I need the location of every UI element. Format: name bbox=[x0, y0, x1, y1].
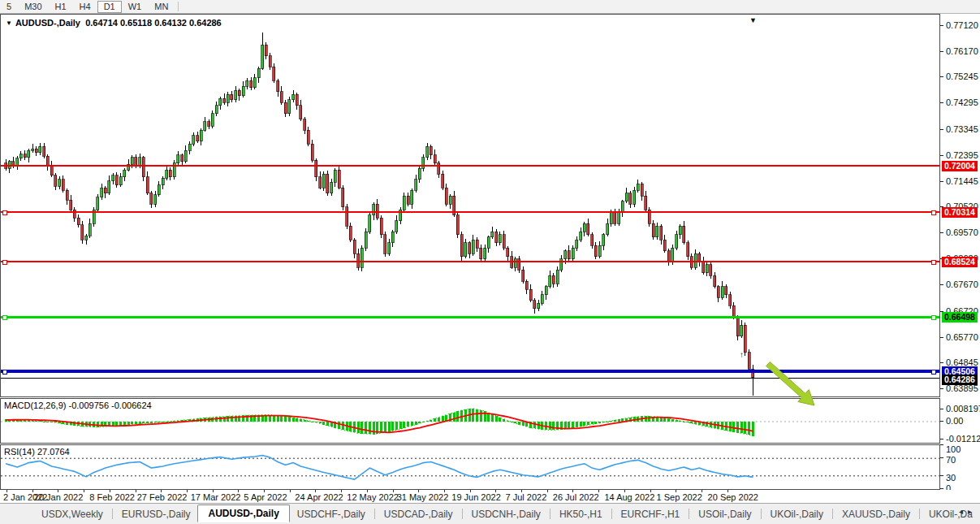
price-tick bbox=[940, 232, 943, 233]
horizontal-level-line[interactable] bbox=[1, 211, 939, 213]
level-line-handle[interactable] bbox=[2, 370, 7, 375]
level-line-handle[interactable] bbox=[931, 370, 936, 375]
level-line-handle[interactable] bbox=[931, 210, 936, 215]
rsi-tick bbox=[940, 475, 943, 476]
level-line-handle[interactable] bbox=[2, 210, 7, 215]
date-label: 31 May 2022 bbox=[397, 492, 449, 502]
mt4-chart-window: 5M30H1H4D1W1MN ▼AUDUSD-,Daily 0.64714 0.… bbox=[0, 0, 980, 524]
chart-ohlc-values: 0.64714 0.65118 0.64132 0.64286 bbox=[85, 18, 222, 28]
chart-tab-bar: USDX,WeeklyEURUSD-,DailyAUDUSD-,DailyUSD… bbox=[0, 503, 980, 524]
current-price-badge: 0.64286 bbox=[942, 375, 978, 385]
current-bar-marker-icon: ▼ bbox=[749, 17, 757, 24]
horizontal-level-line[interactable] bbox=[1, 165, 939, 167]
time-tick bbox=[290, 490, 291, 492]
price-tick-label: 0.73345 bbox=[946, 124, 978, 134]
timeframe-button-mn[interactable]: MN bbox=[148, 1, 175, 12]
price-tick-label: 0.76170 bbox=[946, 46, 978, 56]
level-line-handle[interactable] bbox=[2, 260, 7, 265]
level-price-badge: 0.72004 bbox=[942, 161, 978, 171]
level-line-handle[interactable] bbox=[931, 260, 936, 265]
price-tick-label: 0.71445 bbox=[946, 176, 978, 186]
macd-tick-label: 0.00 bbox=[946, 416, 963, 426]
price-tick bbox=[940, 284, 943, 285]
timeframe-button-h1[interactable]: H1 bbox=[49, 1, 73, 12]
rsi-tick bbox=[940, 488, 943, 489]
date-label: 14 Aug 2022 bbox=[604, 492, 654, 502]
price-tick bbox=[940, 51, 943, 52]
rsi-label: RSI(14) 27.0764 bbox=[4, 447, 70, 457]
price-tick bbox=[940, 181, 943, 182]
price-tick-label: 0.69570 bbox=[946, 227, 978, 237]
price-tick bbox=[940, 102, 943, 103]
tab-scroll-left-icon[interactable]: ◂ bbox=[959, 507, 968, 516]
tab-separator bbox=[374, 509, 375, 519]
chart-tab-usoil-daily[interactable]: USOil-,Daily bbox=[691, 506, 758, 522]
chart-tab-usdx-weekly[interactable]: USDX,Weekly bbox=[34, 506, 110, 522]
rsi-tick-label: 30 bbox=[946, 473, 956, 483]
chart-tab-ukoil-daily[interactable]: UKOil-,Daily bbox=[763, 506, 831, 522]
macd-tick bbox=[940, 421, 943, 422]
rsi-indicator-panel[interactable]: RSI(14) 27.0764 bbox=[0, 444, 940, 490]
chart-tab-audusd-daily[interactable]: AUDUSD-,Daily bbox=[197, 505, 289, 522]
candlestick-chart bbox=[1, 15, 939, 396]
price-tick bbox=[940, 25, 943, 26]
date-label: 20 Sep 2022 bbox=[708, 492, 758, 502]
price-chart-panel[interactable]: ▼AUDUSD-,Daily 0.64714 0.65118 0.64132 0… bbox=[0, 14, 940, 397]
tab-separator bbox=[919, 509, 920, 519]
price-tick bbox=[940, 388, 943, 389]
tab-separator bbox=[761, 509, 762, 519]
level-line-handle[interactable] bbox=[931, 315, 936, 320]
timeframe-button-m30[interactable]: M30 bbox=[18, 1, 48, 12]
date-label: 12 May 2022 bbox=[347, 492, 399, 502]
chart-tab-eurchf-h1[interactable]: EURCHF-,H1 bbox=[614, 506, 688, 522]
chart-tab-xauusd-daily[interactable]: XAUUSD-,Daily bbox=[835, 506, 917, 522]
macd-tick-label: -0.012123 bbox=[946, 434, 980, 444]
date-label: 27 Feb 2022 bbox=[137, 492, 188, 502]
date-label: 5 Apr 2022 bbox=[244, 492, 287, 502]
time-scale[interactable]: 2 Jan 202220 Jan 20228 Feb 202227 Feb 20… bbox=[0, 490, 980, 503]
tab-separator bbox=[832, 509, 833, 519]
level-price-badge: 0.68524 bbox=[942, 257, 978, 267]
macd-tick bbox=[940, 409, 943, 409]
price-tick-label: 0.64845 bbox=[946, 357, 978, 367]
date-label: 1 Sep 2022 bbox=[657, 492, 702, 502]
rsi-tick bbox=[940, 457, 943, 458]
timeframe-button-5[interactable]: 5 bbox=[0, 1, 18, 12]
time-tick bbox=[84, 490, 84, 492]
chart-tab-eurusd-daily[interactable]: EURUSD-,Daily bbox=[114, 506, 198, 522]
horizontal-level-line[interactable] bbox=[1, 261, 939, 262]
price-tick-label: 0.67670 bbox=[946, 279, 978, 289]
chart-tab-hk50-h1[interactable]: HK50-,H1 bbox=[552, 506, 610, 522]
chart-tab-usdchf-daily[interactable]: USDCHF-,Daily bbox=[290, 506, 373, 522]
date-label: 19 Jun 2022 bbox=[451, 492, 501, 502]
up-arrow-marker-icon: ↑ bbox=[740, 350, 744, 359]
price-tick-label: 0.65770 bbox=[946, 332, 978, 342]
down-arrow-annotation[interactable] bbox=[755, 349, 828, 414]
tab-separator bbox=[689, 509, 689, 519]
timeframe-button-w1[interactable]: W1 bbox=[122, 1, 149, 12]
price-tick bbox=[940, 129, 943, 130]
level-line-handle[interactable] bbox=[2, 315, 7, 320]
price-tick-label: 0.63895 bbox=[946, 383, 978, 393]
price-tick-label: 0.72395 bbox=[946, 150, 978, 160]
date-label: 24 Apr 2022 bbox=[295, 492, 343, 502]
time-tick bbox=[547, 490, 548, 492]
tab-separator bbox=[462, 509, 463, 519]
date-label: 8 Feb 2022 bbox=[89, 492, 135, 502]
chart-ohlc-readout: ▼AUDUSD-,Daily 0.64714 0.65118 0.64132 0… bbox=[6, 18, 222, 28]
chart-tab-usdcnh-daily[interactable]: USDCNH-,Daily bbox=[464, 506, 548, 522]
tab-scroll-arrows: ◂▸ bbox=[959, 507, 977, 516]
price-scale[interactable]: 0.771200.761700.752450.742950.733450.723… bbox=[940, 14, 980, 503]
level-price-badge: 0.66498 bbox=[942, 312, 978, 323]
tab-separator bbox=[112, 509, 113, 519]
timeframe-button-h4[interactable]: H4 bbox=[73, 1, 97, 12]
symbol-dropdown-icon[interactable]: ▼ bbox=[6, 19, 12, 27]
chart-symbol: AUDUSD-,Daily bbox=[15, 18, 80, 28]
price-tick-label: 0.74295 bbox=[946, 97, 978, 107]
price-tick-label: 0.75245 bbox=[946, 71, 978, 81]
tab-scroll-right-icon[interactable]: ▸ bbox=[968, 507, 977, 516]
chart-tab-usdcad-daily[interactable]: USDCAD-,Daily bbox=[377, 506, 460, 522]
horizontal-level-line[interactable] bbox=[1, 316, 939, 318]
date-label: 26 Jul 2022 bbox=[553, 492, 599, 502]
timeframe-button-d1[interactable]: D1 bbox=[97, 1, 122, 13]
